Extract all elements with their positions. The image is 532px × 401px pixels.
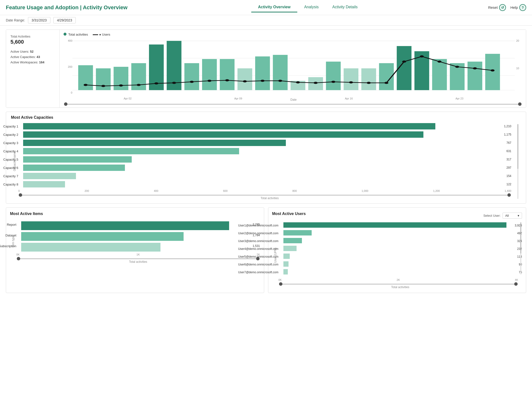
date-start[interactable]: 3/31/2023	[28, 17, 50, 23]
x-tick-apr16: Apr 16	[345, 97, 353, 100]
activity-bar-11	[273, 55, 288, 90]
user-fill-1	[283, 230, 312, 235]
capacity-fill-5	[23, 165, 125, 171]
chart-legend: Total activities ● Users	[64, 33, 522, 36]
legend-activities: Total activities	[64, 33, 88, 36]
capacity-val-4: 317	[506, 158, 511, 161]
activity-bar-2	[114, 67, 129, 90]
cap-slider-track	[19, 195, 511, 196]
most-active-users-card: Most Active Users Select User: All ▾ Use…	[268, 207, 526, 293]
help-button[interactable]: Help ?	[510, 4, 526, 11]
line-dot-9	[243, 80, 247, 82]
activity-bar-6	[184, 63, 199, 90]
y-right-10: 10	[516, 67, 522, 70]
line-dot-21	[455, 66, 459, 68]
line-dot-17	[384, 82, 388, 84]
line-dot-23	[491, 69, 495, 72]
user-track-6	[283, 269, 515, 275]
y-left-400: 400	[64, 39, 72, 42]
line-dot-22	[473, 67, 477, 69]
user-track-5	[283, 261, 515, 268]
tab-activity-details[interactable]: Activity Details	[326, 2, 364, 12]
line-dot-12	[296, 81, 300, 83]
item-track-0	[21, 221, 249, 228]
slider-thumb-right[interactable]	[518, 102, 522, 106]
capacity-label-0: Capacity 1	[0, 125, 18, 128]
activity-chart-slider[interactable]	[64, 104, 522, 105]
capacity-fill-4	[23, 156, 132, 163]
capacities-slider[interactable]	[18, 195, 521, 196]
tab-activity-overview[interactable]: Activity Overview	[251, 2, 297, 12]
select-user-value: All	[505, 214, 509, 217]
user-bar-row-2: User3@demo.onmicrosoft.com 324	[279, 238, 522, 244]
reset-button[interactable]: Reset ↺	[488, 4, 506, 11]
x-tick-apr09: Apr 09	[234, 97, 242, 100]
cap-slider-left[interactable]	[19, 193, 22, 197]
line-dot-3	[137, 84, 140, 86]
capacity-fill-2	[23, 140, 286, 146]
date-end[interactable]: 4/29/2023	[53, 17, 76, 23]
active-capacities-value: 43	[37, 55, 40, 59]
scrollbar-thumb[interactable]	[517, 124, 518, 169]
capacity-fill-6	[23, 173, 76, 179]
users-slider[interactable]	[279, 284, 522, 284]
capacity-label-3: Capacity 4	[0, 149, 18, 153]
slider-track	[64, 104, 522, 105]
legend-dot-activities	[64, 33, 66, 36]
activity-bar-10	[255, 56, 270, 90]
y-left-0: 0	[64, 91, 72, 94]
user-label-1: User2@demo.onmicrosoft.com	[215, 232, 279, 235]
capacity-track-6	[23, 173, 503, 179]
tab-analysis[interactable]: Analysis	[297, 2, 326, 12]
line-dot-6	[190, 81, 194, 83]
capacity-track-7	[23, 181, 503, 187]
user-track-2	[283, 238, 513, 244]
user-bar-row-1: User2@demo.onmicrosoft.com 492	[279, 230, 522, 236]
slider-thumb-left[interactable]	[64, 102, 67, 106]
activity-bar-15	[344, 68, 358, 90]
item-track-2	[21, 243, 249, 249]
capacity-val-1: 1,175	[504, 133, 511, 136]
line-dot-8	[225, 79, 229, 81]
line-dot-16	[367, 82, 371, 84]
line-dot-5	[172, 82, 176, 84]
top-row: Total Activities 5,600 Active Users: 52 …	[6, 29, 526, 108]
legend-line-users	[93, 34, 98, 35]
capacity-bar-row-2: Capacity 3 767	[18, 140, 511, 146]
users-slider-left[interactable]	[279, 282, 282, 286]
capacity-track-5	[23, 165, 503, 171]
header-actions: Reset ↺ Help ?	[488, 4, 526, 11]
chevron-down-icon: ▾	[518, 214, 519, 217]
activity-bar-23	[485, 54, 500, 90]
user-label-6: User7@demo.onmicrosoft.com	[215, 271, 279, 274]
help-label: Help	[510, 5, 518, 10]
line-dot-1	[101, 85, 105, 87]
line-dot-2	[119, 84, 123, 87]
select-user-dropdown[interactable]: All ▾	[503, 213, 522, 219]
activity-bar-8	[220, 59, 235, 90]
user-fill-0	[283, 222, 506, 228]
items-y-label: Item type	[11, 235, 15, 247]
capacity-label-7: Capacity 8	[0, 183, 18, 186]
cap-slider-right[interactable]	[507, 193, 511, 197]
capacity-bar-row-0: Capacity 1 1,210	[18, 123, 511, 129]
summary-panel: Total Activities 5,600 Active Users: 52 …	[6, 30, 60, 108]
reset-label: Reset	[488, 5, 498, 10]
user-fill-4	[283, 254, 290, 259]
bottom-row: Most Active Items Item type Report 2,285…	[6, 207, 526, 293]
user-bar-row-4: User5@demo.onmicrosoft.com 114	[279, 254, 522, 260]
main-content: Total Activities 5,600 Active Users: 52 …	[0, 26, 532, 401]
capacity-bar-row-1: Capacity 2 1,175	[18, 131, 511, 138]
user-label-0: User1@demo.onmicrosoft.com	[215, 224, 279, 227]
items-slider-left[interactable]	[17, 257, 20, 260]
items-slider[interactable]	[16, 258, 260, 259]
item-track-1	[21, 232, 249, 238]
users-card-header: Most Active Users Select User: All ▾	[272, 212, 522, 219]
user-fill-2	[283, 238, 302, 243]
users-scrollbar-thumb[interactable]	[520, 222, 521, 254]
user-track-1	[283, 230, 513, 236]
capacity-val-5: 297	[506, 166, 511, 169]
capacity-bar-row-7: Capacity 8 122	[18, 181, 511, 187]
user-label-5: User6@demo.onmicrosoft.com	[215, 263, 279, 266]
users-slider-right[interactable]	[514, 282, 518, 286]
